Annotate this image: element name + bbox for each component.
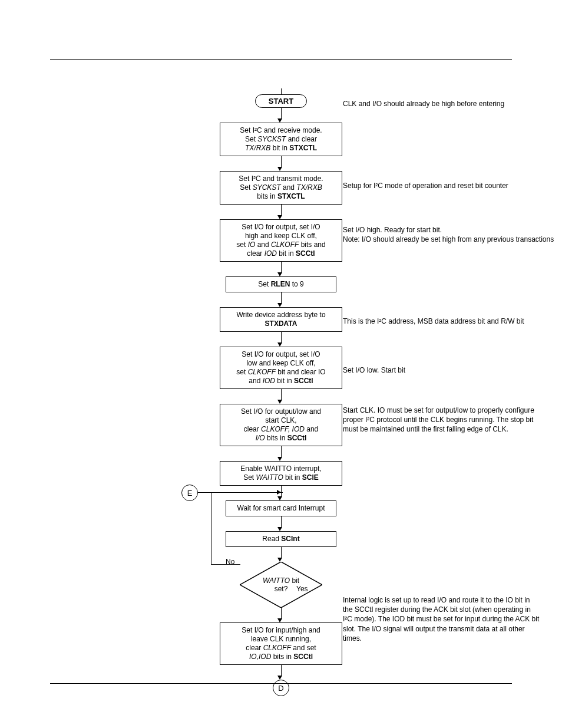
s7-l5: I/O bbox=[256, 434, 265, 442]
s7-l3: clear bbox=[244, 425, 261, 433]
top-rule bbox=[50, 59, 512, 60]
no-loop-v bbox=[211, 492, 211, 564]
label-yes: Yes bbox=[296, 585, 308, 593]
s6-c: SCCtl bbox=[294, 377, 313, 385]
step-7: Set I/O for output/low and start CLK, cl… bbox=[220, 404, 342, 446]
arr-6 bbox=[281, 389, 282, 400]
s3-l3: set bbox=[236, 241, 247, 249]
s11-b: SCCtl bbox=[293, 653, 313, 661]
arr-2-h bbox=[277, 215, 282, 219]
s1-l5: bit in bbox=[270, 144, 289, 152]
s3-d: SCCtl bbox=[296, 249, 315, 258]
start-terminator: START bbox=[255, 94, 307, 108]
s8-b: SCIE bbox=[302, 473, 319, 482]
dec-l1: WAITTO bbox=[263, 577, 290, 585]
arr-1 bbox=[281, 156, 282, 167]
step-4: Set RLEN to 9 bbox=[226, 276, 336, 292]
s6-l1: Set I/O for output, set I/O bbox=[242, 350, 320, 358]
step-9: Wait for smart card Interrupt bbox=[226, 500, 336, 516]
arr-10-h bbox=[277, 558, 282, 562]
s1-l1: Set I²C and receive mode. bbox=[240, 126, 322, 134]
s2-c: STXCTL bbox=[277, 192, 305, 200]
s1-b: TX/RXB bbox=[245, 144, 270, 152]
flowchart: START Set I²C and receive mode. Set SYCK… bbox=[0, 88, 562, 696]
s1-l2: Set bbox=[245, 135, 257, 143]
s10-a: SCInt bbox=[281, 535, 299, 543]
s1-c: STXCTL bbox=[289, 144, 317, 152]
s6-l2: low and keep CLK off, bbox=[246, 359, 315, 367]
step-1: Set I²C and receive mode. Set SYCKST and… bbox=[220, 123, 342, 156]
s2-l3: and bbox=[281, 183, 297, 192]
step-2: Set I²C and transmit mode. Set SYCKST an… bbox=[220, 171, 342, 205]
arr-5-h bbox=[277, 342, 282, 347]
s8-l3: bit in bbox=[283, 473, 302, 482]
arr-9-h bbox=[277, 527, 282, 531]
s6-l3: set bbox=[236, 368, 247, 376]
s11-l2: leave CLK running, bbox=[251, 635, 311, 643]
s2-b: TX/RXB bbox=[296, 183, 322, 192]
s7-l2: start CLK, bbox=[265, 416, 296, 424]
s5-l1: Write device address byte to bbox=[236, 311, 325, 319]
s3-l4: and bbox=[255, 241, 271, 249]
s8-l1: Enable WAITTO interrupt, bbox=[240, 465, 321, 473]
arr-2 bbox=[281, 205, 282, 215]
s3-a: IO bbox=[248, 241, 256, 249]
step-3: Set I/O for output, set I/O high and kee… bbox=[220, 219, 342, 262]
s11-l3: clear bbox=[246, 644, 263, 652]
s9-l1: Wait for smart card Interrupt bbox=[237, 504, 325, 512]
arr-3 bbox=[281, 262, 282, 272]
s3-l1: Set I/O for output, set I/O bbox=[242, 223, 320, 231]
s3-c: IOD bbox=[265, 249, 277, 258]
connector-D: D bbox=[273, 680, 289, 696]
dec-l2: bit bbox=[290, 577, 299, 585]
s7-b: SCCtl bbox=[287, 434, 307, 442]
s6-l4: bit and clear IO bbox=[276, 368, 326, 376]
arr-11-h bbox=[277, 618, 282, 622]
step-6: Set I/O for output, set I/O low and keep… bbox=[220, 347, 342, 389]
s8-l2: Set bbox=[243, 473, 256, 482]
arr-12 bbox=[281, 665, 282, 676]
s6-l5: and bbox=[249, 377, 262, 385]
s7-a: CLKOFF, IOD bbox=[261, 425, 305, 433]
s6-l6: bit in bbox=[275, 377, 294, 385]
s2-l2: Set bbox=[240, 183, 252, 192]
s10-l1: Read bbox=[262, 535, 281, 543]
arr-12-h bbox=[277, 676, 282, 680]
s11-a: CLKOFF bbox=[263, 644, 291, 652]
step-5: Write device address byte to STXDATA bbox=[220, 307, 342, 332]
s4-l1: Set bbox=[258, 280, 270, 288]
s3-l7: bit in bbox=[277, 249, 296, 258]
step-10: Read SCInt bbox=[226, 531, 336, 547]
s3-l5: bits and bbox=[299, 241, 325, 249]
entry-line bbox=[281, 88, 282, 94]
s1-l3: and clear bbox=[286, 135, 317, 143]
s6-b: IOD bbox=[263, 377, 275, 385]
arr-10 bbox=[281, 547, 282, 558]
arr-11 bbox=[281, 608, 282, 618]
arr-7-h bbox=[277, 457, 282, 461]
arr-7 bbox=[281, 446, 282, 457]
s2-l4: bits in bbox=[257, 192, 277, 200]
s3-b: CLKOFF bbox=[271, 241, 299, 249]
s1-a: SYCKST bbox=[257, 135, 286, 143]
s4-l2: to 9 bbox=[290, 280, 303, 288]
s3-l6: clear bbox=[247, 249, 264, 258]
arr-8 bbox=[281, 486, 282, 496]
s7-l1: Set I/O for output/low and bbox=[241, 407, 321, 416]
s11-l4: and set bbox=[291, 644, 316, 652]
s2-a: SYCKST bbox=[253, 183, 281, 192]
arr-3-h bbox=[277, 272, 282, 276]
s8-a: WAITTO bbox=[256, 473, 283, 482]
arr-0 bbox=[281, 108, 282, 118]
s4-a: RLEN bbox=[271, 280, 290, 288]
arr-5 bbox=[281, 332, 282, 342]
s6-a: CLKOFF bbox=[248, 368, 276, 376]
arr-9 bbox=[281, 516, 282, 527]
arr-4-h bbox=[277, 303, 282, 307]
s11-l1: Set I/O for input/high and bbox=[242, 626, 320, 634]
s2-l1: Set I²C and transmit mode. bbox=[239, 174, 323, 183]
s3-l2: high and keep CLK off, bbox=[245, 232, 317, 240]
s11-l5: IO,IOD bbox=[249, 653, 271, 661]
s5-a: STXDATA bbox=[265, 319, 297, 328]
arr-1-h bbox=[277, 167, 282, 171]
